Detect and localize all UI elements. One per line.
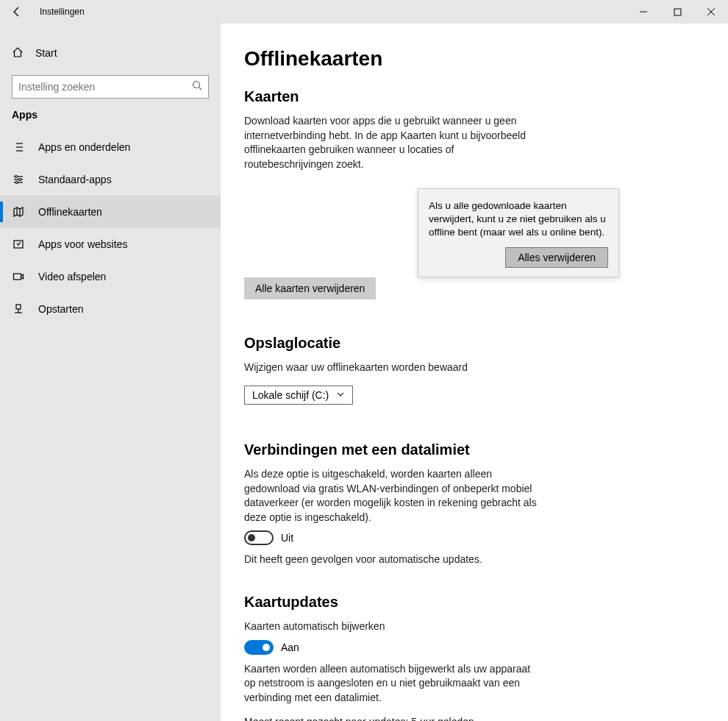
section-kaarten-heading: Kaarten: [244, 88, 728, 105]
metered-toggle[interactable]: [244, 530, 274, 545]
home-button[interactable]: Start: [0, 38, 221, 68]
svg-rect-20: [14, 241, 23, 248]
sidebar-item-video-playback[interactable]: Video afspelen: [0, 260, 221, 293]
close-button[interactable]: [694, 0, 728, 24]
section-updates-desc: Kaarten automatisch bijwerken: [244, 619, 531, 634]
category-label: Apps: [0, 109, 221, 131]
back-button[interactable]: [0, 0, 34, 24]
home-label: Start: [35, 47, 57, 59]
sidebar-item-label: Offlinekaarten: [38, 206, 102, 218]
auto-update-toggle[interactable]: [244, 640, 274, 655]
section-kaarten-desc: Download kaarten voor apps die u gebruik…: [244, 114, 531, 171]
sidebar-item-label: Apps en onderdelen: [38, 141, 130, 153]
svg-point-16: [19, 179, 21, 181]
video-icon: [12, 270, 25, 283]
content: Offlinekaarten Kaarten Download kaarten …: [221, 24, 728, 721]
section-metered-heading: Verbindingen met een datalimiet: [244, 441, 728, 458]
section-updates-heading: Kaartupdates: [244, 594, 728, 611]
confirm-delete-button[interactable]: Alles verwijderen: [505, 247, 608, 268]
search-input[interactable]: [18, 81, 192, 93]
sidebar-item-label: Standaard-apps: [38, 174, 112, 185]
sidebar-item-default-apps[interactable]: Standaard-apps: [0, 163, 221, 196]
svg-rect-22: [16, 305, 21, 309]
section-storage-desc: Wijzigen waar uw offlinekaarten worden b…: [244, 360, 531, 375]
website-icon: [12, 238, 25, 251]
search-icon: [192, 80, 202, 93]
sidebar-item-startup[interactable]: Opstarten: [0, 293, 221, 325]
auto-update-toggle-state: Aan: [281, 642, 299, 653]
confirm-delete-popup: Als u alle gedownloade kaarten verwijder…: [418, 188, 619, 277]
titlebar: Instellingen: [0, 0, 728, 24]
map-icon: [12, 205, 25, 219]
svg-point-17: [16, 182, 18, 184]
sidebar-item-label: Opstarten: [38, 303, 83, 315]
svg-rect-21: [14, 274, 21, 280]
minimize-button[interactable]: [627, 0, 660, 24]
search-box[interactable]: [12, 75, 209, 99]
delete-all-maps-button[interactable]: Alle kaarten verwijderen: [244, 277, 376, 299]
maximize-button[interactable]: [660, 0, 694, 24]
startup-icon: [12, 302, 25, 316]
chevron-down-icon: [336, 389, 345, 401]
sidebar-item-apps-for-websites[interactable]: Apps voor websites: [0, 228, 221, 260]
svg-rect-1: [674, 9, 681, 15]
page-title: Offlinekaarten: [244, 47, 728, 71]
defaults-icon: [12, 173, 25, 186]
svg-line-5: [199, 88, 202, 90]
window-title: Instellingen: [34, 7, 85, 17]
sidebar: Start Apps Apps en onderdelen Standaard-…: [0, 24, 221, 721]
sidebar-item-apps-features[interactable]: Apps en onderdelen: [0, 131, 221, 163]
section-metered-desc: Als deze optie is uitgeschakeld, worden …: [244, 467, 546, 525]
list-icon: [12, 141, 25, 154]
home-icon: [12, 46, 24, 60]
storage-location-dropdown[interactable]: Lokale schijf (C:): [244, 386, 353, 405]
dropdown-value: Lokale schijf (C:): [252, 389, 329, 401]
popup-text: Als u alle gedownloade kaarten verwijder…: [429, 199, 608, 240]
sidebar-item-label: Video afspelen: [38, 271, 106, 283]
sidebar-item-offline-maps[interactable]: Offlinekaarten: [0, 196, 221, 228]
section-updates-last: Meest recent gezocht naar updates: 5 uur…: [244, 715, 531, 721]
section-updates-note: Kaarten worden alleen automatisch bijgew…: [244, 662, 538, 706]
sidebar-item-label: Apps voor websites: [38, 238, 127, 250]
section-metered-note: Dit heeft geen gevolgen voor automatisch…: [244, 553, 531, 567]
svg-point-4: [193, 82, 200, 88]
svg-point-15: [15, 176, 18, 178]
section-storage-heading: Opslaglocatie: [244, 335, 728, 352]
metered-toggle-state: Uit: [281, 532, 293, 544]
